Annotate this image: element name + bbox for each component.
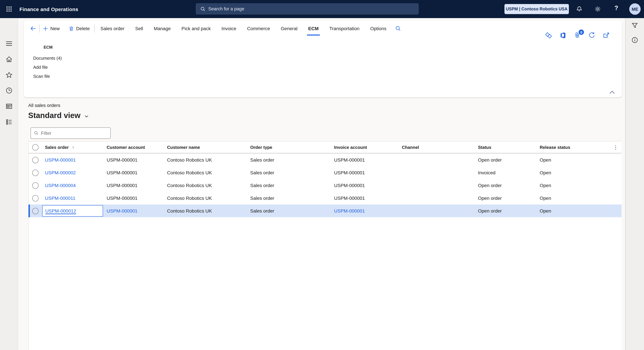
nav-sidebar [0,18,18,350]
cell-status: Open order [475,183,537,188]
row-select-radio[interactable] [32,169,38,176]
filter-funnel-icon[interactable] [631,22,638,29]
column-header-status[interactable]: Status [475,145,537,150]
attachments-badge: 0 [578,29,584,35]
cell-sales-order[interactable]: USPM-000004 [42,183,104,188]
ecm-item-documents-4-[interactable]: Documents (4) [33,54,62,63]
cell-status: Open order [475,157,537,163]
table-row[interactable]: USPM-000012USPM-000001Contoso Robotics U… [28,205,622,217]
cell-sales-order[interactable]: USPM-000002 [42,170,104,175]
collapse-chevron-up-icon[interactable] [608,89,616,95]
tab-invoice[interactable]: Invoice [220,21,238,36]
column-header-release-status[interactable]: Release status [537,145,601,150]
column-header-customer-name[interactable]: Customer name [164,145,247,150]
cell-order-type: Sales order [247,208,331,214]
cell-status: Invoiced [475,170,537,175]
toolbar-divider [94,24,95,32]
tab-sales-order[interactable]: Sales order [99,21,126,36]
row-select-cell [28,195,42,201]
table-row[interactable]: USPM-000001USPM-000001Contoso Robotics U… [28,154,622,166]
column-header-customer-account[interactable]: Customer account [104,145,164,150]
grid-filter[interactable] [30,127,111,139]
app-launcher-button[interactable] [0,0,18,18]
filter-input[interactable] [41,130,105,136]
help-icon[interactable]: ? [614,5,618,12]
hamburger-icon[interactable] [5,40,13,47]
info-icon[interactable] [631,36,638,43]
column-header-order-type[interactable]: Order type [247,145,331,150]
new-button[interactable]: New [42,26,60,31]
table-row[interactable]: USPM-000002USPM-000001Contoso Robotics U… [28,166,622,179]
sort-ascending-icon: ↑ [72,145,74,150]
column-header-sales-order[interactable]: Sales order↑ [42,145,104,150]
global-search[interactable] [196,3,418,14]
delete-button[interactable]: Delete [68,26,90,31]
tab-search-icon[interactable] [395,25,401,31]
tab-manage[interactable]: Manage [152,21,172,36]
focused-grid-cell[interactable]: USPM-000012 [42,205,103,217]
tab-general[interactable]: General [280,21,299,36]
cell-customer-name: Contoso Robotics UK [164,157,247,163]
sales-order-link[interactable]: USPM-000004 [45,183,76,188]
trash-icon [68,26,74,31]
row-select-cell [28,208,42,214]
select-all-radio[interactable] [32,144,38,150]
column-header-channel[interactable]: Channel [399,145,475,150]
table-row[interactable]: USPM-000011USPM-000001Contoso Robotics U… [28,192,622,205]
cell-customer-account: USPM-000001 [104,157,164,163]
back-arrow-icon[interactable] [30,25,36,32]
recent-clock-icon[interactable] [5,87,13,94]
refresh-icon[interactable] [588,32,595,39]
cell-sales-order[interactable]: USPM-000011 [42,195,104,201]
workspace-icon[interactable] [5,103,13,110]
column-header-invoice-account[interactable]: Invoice account [331,145,399,150]
view-selector[interactable]: Standard view [28,111,89,120]
row-select-cell [28,157,42,163]
tab-sell[interactable]: Sell [134,21,144,36]
tab-options[interactable]: Options [369,21,388,36]
customer-account-link[interactable]: USPM-000001 [107,208,138,214]
tab-ecm[interactable]: ECM [307,21,320,36]
cell-customer-account[interactable]: USPM-000001 [104,208,164,214]
global-search-input[interactable] [208,6,396,11]
cell-sales-order[interactable]: USPM-000012 [42,205,104,217]
tab-transportation[interactable]: Transportation [328,21,361,36]
environment-button[interactable]: USPM | Contoso Robotics USA [504,4,569,14]
cell-release-status: Open [537,157,601,163]
row-select-radio[interactable] [32,157,38,163]
row-select-radio[interactable] [32,182,38,189]
tab-commerce[interactable]: Commerce [246,21,271,36]
row-select-radio[interactable] [32,208,38,214]
invoice-account-link[interactable]: USPM-000001 [334,208,365,214]
cell-sales-order[interactable]: USPM-000001 [42,157,104,163]
cell-invoice-account[interactable]: USPM-000001 [331,208,399,214]
sales-order-link[interactable]: USPM-000012 [45,208,76,214]
side-panel-strip [625,18,644,350]
sales-order-link[interactable]: USPM-000001 [45,157,76,163]
row-select-radio[interactable] [32,195,38,201]
app-title[interactable]: Finance and Operations [20,6,78,12]
open-in-new-window-icon[interactable] [603,32,610,39]
star-icon[interactable] [5,71,13,79]
ecm-group-heading: ECM [44,45,62,50]
table-row[interactable]: USPM-000004USPM-000001Contoso Robotics U… [28,179,622,192]
tab-pick-and-pack[interactable]: Pick and pack [180,21,212,36]
home-icon[interactable] [5,56,13,63]
top-navigation-bar: Finance and Operations USPM | Contoso Ro… [0,0,644,18]
column-options-cell: ⋮ [601,145,622,150]
cell-customer-name: Contoso Robotics UK [164,183,247,188]
column-options-kebab-icon[interactable]: ⋮ [613,145,618,150]
gear-icon[interactable] [594,6,601,12]
sales-order-link[interactable]: USPM-000002 [45,170,76,175]
cell-release-status: Open [537,195,601,201]
bell-icon[interactable] [576,6,582,12]
sales-order-link[interactable]: USPM-000011 [45,195,76,201]
office-icon[interactable] [560,32,566,39]
avatar[interactable]: ME [629,3,641,15]
attachments-button[interactable]: 0 [574,32,581,39]
ecm-item-scan-file[interactable]: Scan file [33,72,62,81]
modules-list-icon[interactable] [5,118,13,126]
ecm-group-items: Documents (4)Add fileScan file [33,54,62,81]
shapes-icon[interactable] [545,32,552,39]
ecm-item-add-file[interactable]: Add file [33,63,62,72]
